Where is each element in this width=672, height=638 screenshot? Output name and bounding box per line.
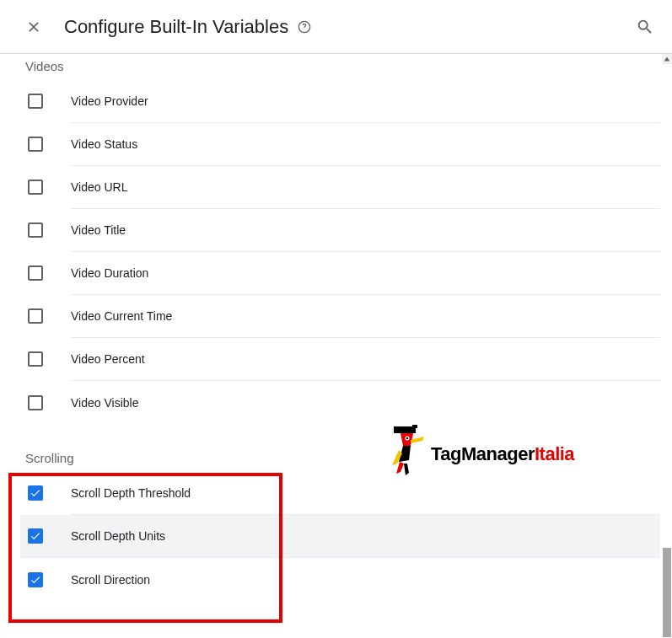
content-area: Videos Video Provider Video Status Video… [0, 54, 672, 638]
variable-row-video-status[interactable]: Video Status [71, 123, 660, 166]
variable-row-video-percent[interactable]: Video Percent [71, 338, 660, 381]
dialog-title: Configure Built-In Variables [64, 16, 635, 38]
checkbox-video-status[interactable] [28, 137, 43, 152]
variable-label: Video Visible [71, 396, 138, 410]
title-text: Configure Built-In Variables [64, 16, 288, 38]
checkbox-video-percent[interactable] [28, 351, 43, 367]
variable-row-video-url[interactable]: Video URL [71, 166, 660, 209]
variable-label: Video Status [71, 137, 137, 151]
variable-label: Video Percent [71, 352, 145, 366]
variable-label: Video Duration [71, 266, 148, 280]
checkbox-video-url[interactable] [28, 180, 43, 195]
checkbox-scroll-depth-units[interactable] [28, 528, 43, 544]
dialog-header: Configure Built-In Variables [0, 0, 672, 54]
variable-label: Video Provider [71, 94, 148, 108]
variable-row-scroll-depth-threshold[interactable]: Scroll Depth Threshold [71, 472, 660, 515]
scroll-arrow-up-icon[interactable] [662, 54, 672, 64]
checkbox-scroll-depth-threshold[interactable] [28, 485, 43, 501]
scroll-area[interactable]: Videos Video Provider Video Status Video… [0, 54, 672, 638]
scrollbar-track[interactable] [662, 54, 672, 638]
checkbox-video-duration[interactable] [28, 265, 43, 281]
checkbox-video-provider[interactable] [28, 94, 43, 109]
variable-row-video-visible[interactable]: Video Visible [71, 381, 660, 424]
variable-label: Scroll Depth Units [71, 529, 165, 543]
search-icon[interactable] [635, 17, 655, 37]
section-title-videos: Videos [20, 54, 660, 80]
variable-label: Scroll Direction [71, 573, 150, 587]
variable-row-scroll-depth-units[interactable]: Scroll Depth Units [20, 515, 660, 558]
variable-row-video-title[interactable]: Video Title [71, 209, 660, 252]
checkbox-video-current-time[interactable] [28, 308, 43, 324]
close-icon[interactable] [24, 17, 44, 37]
variable-row-video-duration[interactable]: Video Duration [71, 252, 660, 295]
checkbox-video-visible[interactable] [28, 395, 43, 410]
checkbox-video-title[interactable] [28, 222, 43, 238]
section-title-scrolling: Scrolling [20, 424, 660, 472]
variable-label: Video Current Time [71, 309, 172, 323]
variable-label: Video URL [71, 180, 127, 194]
checkbox-scroll-direction[interactable] [28, 572, 43, 587]
variable-row-video-provider[interactable]: Video Provider [71, 80, 660, 123]
variable-label: Video Title [71, 223, 126, 237]
variable-row-scroll-direction[interactable]: Scroll Direction [71, 558, 660, 601]
variable-row-video-current-time[interactable]: Video Current Time [71, 295, 660, 338]
variable-label: Scroll Depth Threshold [71, 486, 191, 500]
help-icon[interactable] [297, 19, 312, 35]
scrollbar-thumb[interactable] [663, 548, 671, 637]
